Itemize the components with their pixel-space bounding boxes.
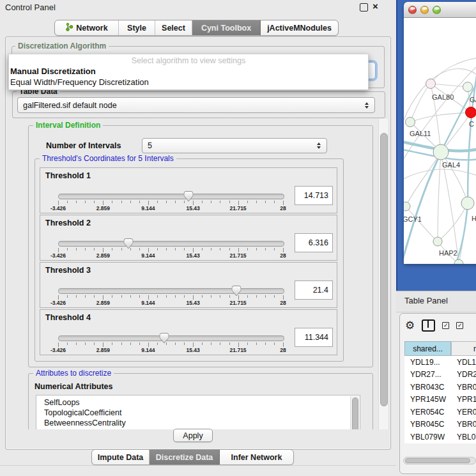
table-cell: YBL07: [451, 431, 476, 443]
network-node[interactable]: [426, 79, 436, 89]
table-data-selected-value: galFiltered.sif default node: [23, 101, 117, 110]
node-label-ga: GA: [470, 96, 476, 104]
float-window-icon[interactable]: [360, 3, 368, 12]
network-window-titlebar[interactable]: [404, 2, 476, 18]
tab-style[interactable]: Style: [119, 20, 155, 35]
threshold-label: Threshold 2: [45, 219, 91, 227]
settings-vertical-scrollbar[interactable]: [378, 119, 389, 429]
table-row[interactable]: YLR345WYLR34: [404, 443, 476, 444]
table-cell: YLR345W: [404, 443, 451, 444]
table-cell: YDL19...: [404, 356, 451, 369]
threshold-value-field[interactable]: 21.4: [295, 280, 333, 300]
table-row[interactable]: YDR27...YDR27: [404, 369, 476, 381]
settings-scroll-view: Interval Definition Number of Intervals …: [9, 119, 378, 429]
attributes-group-label: Attributes to discretize: [33, 369, 114, 378]
tab-label: Network: [76, 24, 107, 33]
threshold-value-field[interactable]: 11.344: [295, 328, 333, 347]
slider-tick-labels: -3.4262.8599.14415.4321.71528: [58, 205, 283, 211]
tab-label: Discretize Data: [156, 453, 213, 462]
slider-tick-labels: -3.4262.8599.14415.4321.71528: [58, 252, 283, 259]
control-panel-titlebar: Control Panel ×: [0, 0, 396, 15]
attribute-item-topologicalcoefficient[interactable]: TopologicalCoefficient: [44, 408, 121, 417]
algorithm-popup-hint: Select algorithm to view settings: [9, 56, 368, 65]
minimize-traffic-light-icon[interactable]: [420, 6, 429, 14]
network-node[interactable]: [461, 197, 474, 210]
apply-button[interactable]: Apply: [173, 429, 213, 442]
attribute-item-selfloops[interactable]: SelfLoops: [44, 398, 80, 407]
close-icon[interactable]: ×: [372, 1, 378, 12]
table-horizontal-scrollbar[interactable]: [403, 457, 476, 464]
popup-item-manual-discretization[interactable]: Manual Discretization: [10, 66, 96, 76]
network-window: GAL80GACGAL11GAL4GCY1HHAP2: [404, 2, 476, 264]
table-row[interactable]: YDL19...YDL19: [404, 356, 476, 369]
network-canvas[interactable]: GAL80GACGAL11GAL4GCY1HHAP2: [404, 18, 476, 264]
table-panel-toolbar: ⚙ ✓ ✓: [405, 318, 463, 333]
network-node[interactable]: [433, 144, 449, 160]
table-cell: YDL19: [451, 356, 476, 369]
network-node[interactable]: [466, 107, 476, 118]
node-table: shared...name YDL19...YDL19YDR27...YDR27…: [404, 341, 476, 443]
algorithm-popup: Select algorithm to view settings Manual…: [8, 54, 369, 90]
threshold-label: Threshold 3: [45, 266, 91, 275]
table-scrollbar-thumb[interactable]: [405, 458, 470, 463]
thresholds-group-label: Threshold's Coordinates for 5 Intervals: [40, 154, 176, 163]
tab-infer-network[interactable]: Infer Network: [220, 450, 293, 464]
threshold-slider[interactable]: [58, 241, 284, 247]
slider-tick-labels: -3.4262.8599.14415.4321.71528: [58, 300, 283, 306]
checkbox-icon[interactable]: ✓: [456, 322, 463, 329]
threshold-2-panel: Threshold 2-3.4262.8599.14415.4321.71528…: [40, 215, 337, 261]
table-panel-body: ⚙ ✓ ✓ shared...name YDL19...YDL19YDR27..…: [399, 313, 476, 474]
interval-definition-label: Interval Definition: [33, 121, 103, 130]
checkbox-icon[interactable]: ✓: [442, 322, 449, 329]
table-cell: YER054C: [404, 406, 451, 418]
threshold-slider[interactable]: [58, 335, 284, 341]
list-scrollbar-thumb[interactable]: [352, 397, 358, 429]
settings-scrollbar-thumb[interactable]: [380, 133, 388, 406]
table-row[interactable]: YBR043CYBR04: [404, 381, 476, 394]
network-node[interactable]: [404, 202, 410, 211]
discretization-algorithm-label: Discretization Algorithm: [15, 42, 109, 50]
cyni-bottom-tabs: Impute DataDiscretize DataInfer Network: [91, 449, 294, 465]
network-node[interactable]: [454, 259, 463, 264]
column-header-shared-[interactable]: shared...: [404, 341, 451, 356]
table-cell: YPR14: [451, 394, 476, 406]
table-cell: YER05: [451, 406, 476, 418]
tab-impute-data[interactable]: Impute Data: [92, 450, 150, 464]
table-row[interactable]: YBL079WYBL07: [404, 431, 476, 443]
popup-item-equal-width-frequency-discretization[interactable]: Equal Width/Frequency Discretization: [10, 77, 149, 87]
node-label-h: H: [472, 215, 476, 222]
table-row[interactable]: YPR145WYPR14: [404, 394, 476, 406]
attribute-item-betweennesscentrality[interactable]: BetweennessCentrality: [44, 418, 126, 427]
tab-network[interactable]: Network: [55, 20, 119, 35]
number-of-intervals-select[interactable]: 5: [142, 138, 327, 153]
threshold-value-field[interactable]: 14.713: [295, 186, 333, 205]
network-icon: [65, 22, 73, 33]
tab-cyni-toolbox[interactable]: Cyni Toolbox: [192, 20, 261, 35]
threshold-label: Threshold 4: [45, 313, 91, 322]
split-table-icon[interactable]: [422, 319, 435, 332]
tab-select[interactable]: Select: [155, 20, 192, 35]
table-row[interactable]: YBR045CYBR04: [404, 418, 476, 431]
node-label-c: C: [469, 120, 474, 128]
column-header-name[interactable]: name: [451, 341, 476, 356]
table-row[interactable]: YER054CYER05: [404, 406, 476, 418]
list-scrollbar[interactable]: [350, 396, 359, 429]
table-cell: YBL079W: [404, 431, 451, 443]
threshold-slider[interactable]: [58, 288, 284, 294]
numerical-attributes-list[interactable]: SelfLoopsTopologicalCoefficientBetweenne…: [36, 395, 360, 429]
node-label-gal11: GAL11: [410, 130, 431, 137]
network-node[interactable]: [433, 237, 442, 246]
close-traffic-light-icon[interactable]: [408, 6, 417, 14]
threshold-slider[interactable]: [58, 194, 284, 199]
network-node[interactable]: [406, 118, 415, 127]
zoom-traffic-light-icon[interactable]: [433, 6, 441, 14]
table-data-select[interactable]: galFiltered.sif default node: [17, 97, 375, 113]
network-node[interactable]: [463, 82, 473, 92]
threshold-value-field[interactable]: 6.316: [295, 233, 333, 252]
tab-discretize-data[interactable]: Discretize Data: [150, 450, 220, 464]
table-cell: YBR04: [451, 418, 476, 431]
tab-jactivemnodules[interactable]: jActiveMNodules: [261, 20, 338, 35]
table-panel-title: Table Panel: [404, 296, 448, 305]
gear-icon[interactable]: ⚙: [405, 320, 415, 331]
table-cell: YBR045C: [404, 418, 451, 431]
